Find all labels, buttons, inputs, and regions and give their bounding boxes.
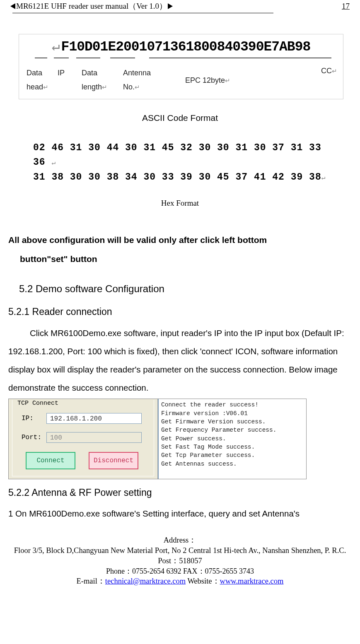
footer-address: Floor 3/5, Block D,Changyuan New Materia…	[8, 545, 352, 566]
ascii-code-string: F10D01E2001071361800840390E7AB98	[61, 39, 311, 55]
hex-line-2: 31 38 30 30 38 34 30 33 39 30 45 37 41 4…	[33, 172, 321, 183]
section-5-2-1-heading: 5.2.1 Reader connection	[8, 305, 352, 318]
section-5-2-2-heading: 5.2.2 Antenna & RF Power setting	[8, 486, 352, 499]
section-5-2-2-body: 1 On MR6100Demo.exe software's Setting i…	[8, 505, 352, 523]
log-line: Get Firmware Version success.	[161, 418, 304, 426]
port-label: Port:	[22, 433, 46, 442]
label-cc: CC↵	[321, 67, 337, 75]
ip-label: IP:	[22, 414, 46, 423]
footer-address-label: Address：	[8, 535, 352, 545]
demo-connection-figure: TCP Connect IP: 192.168.1.200 Port: 100 …	[8, 399, 307, 479]
tcp-connect-group-label: TCP Connect	[16, 399, 60, 408]
header-triangle-left-icon	[10, 3, 15, 9]
connect-button[interactable]: Connect	[26, 452, 75, 469]
tcp-connect-panel: TCP Connect IP: 192.168.1.200 Port: 100 …	[9, 399, 158, 479]
label-antenna-2: No.↵	[123, 80, 185, 94]
log-line: Connect the reader success!	[161, 401, 304, 409]
footer-website-link[interactable]: www.marktrace.com	[220, 577, 284, 585]
config-note: All above configuration will be valid on…	[8, 231, 352, 269]
page-header: MR6121E UHF reader user manual（Ver 1.0） …	[8, 0, 352, 12]
log-line: Firmware version :V06.01	[161, 409, 304, 418]
label-data-length-2: length↵	[82, 80, 123, 94]
disconnect-button[interactable]: Disconnect	[89, 452, 138, 469]
hex-caption: Hex Format	[8, 198, 352, 209]
section-5-2-heading: 5.2 Demo software Configuration	[19, 282, 352, 296]
ascii-underline-row	[35, 58, 340, 58]
footer-website-label: Website：	[186, 577, 220, 585]
label-data-head-1: Data	[27, 66, 58, 80]
footer-email-link[interactable]: technical@marktrace.com	[105, 577, 186, 585]
header-triangle-right-icon	[168, 3, 173, 9]
ascii-label-row: Data head↵ IP Data length↵ Antenna No.↵ …	[27, 66, 340, 94]
config-note-line2: button"set" button	[20, 250, 352, 269]
page-footer: Address： Floor 3/5, Block D,Changyuan Ne…	[8, 535, 352, 586]
log-display-box: Connect the reader success! Firmware ver…	[158, 399, 306, 479]
footer-phone: Phone：0755-2654 6392 FAX：0755-2655 3743	[8, 566, 352, 576]
ip-input[interactable]: 192.168.1.200	[46, 413, 142, 424]
log-line: Get Antennas success.	[161, 460, 304, 468]
label-data-head-2: head↵	[27, 80, 58, 94]
log-line: Set Fast Tag Mode success.	[161, 443, 304, 451]
port-input[interactable]: 100	[46, 432, 142, 443]
label-antenna-1: Antenna	[123, 66, 185, 80]
label-data-length-1: Data	[82, 66, 123, 80]
page-number: 17	[342, 1, 350, 12]
return-mark-icon: ↵	[52, 39, 60, 55]
log-line: Get Power success.	[161, 435, 304, 443]
hex-format-figure: 02 46 31 30 44 30 31 45 32 30 30 31 30 3…	[33, 141, 339, 185]
log-line: Get Frequency Parameter success.	[161, 426, 304, 434]
label-epc: EPC 12byte↵	[185, 73, 321, 87]
header-rule	[12, 13, 273, 13]
header-title: MR6121E UHF reader user manual（Ver 1.0）	[15, 1, 168, 12]
config-note-line1: All above configuration will be valid on…	[8, 231, 352, 250]
hex-line-1: 02 46 31 30 44 30 31 45 32 30 30 31 30 3…	[33, 142, 321, 168]
log-line: Get Tcp Parameter success.	[161, 451, 304, 459]
label-ip: IP	[58, 66, 82, 80]
section-5-2-1-body: Click MR6100Demo.exe software, input rea…	[8, 324, 352, 397]
footer-email-label: E-mail：	[77, 577, 105, 585]
ascii-caption: ASCII Code Format	[8, 112, 352, 124]
ascii-format-figure: ↵F10D01E2001071361800840390E7AB98 Data h…	[19, 34, 343, 100]
